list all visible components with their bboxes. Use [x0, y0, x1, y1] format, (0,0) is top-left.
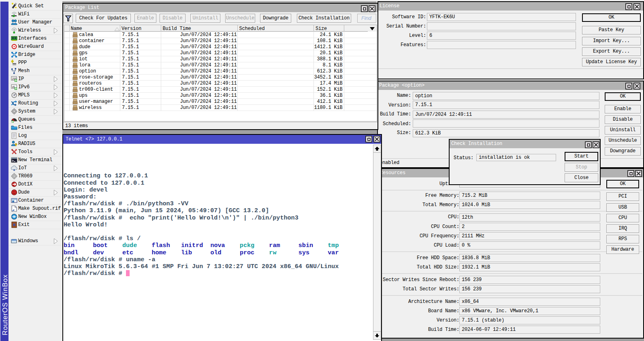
svg-text:v6: v6: [12, 85, 15, 88]
